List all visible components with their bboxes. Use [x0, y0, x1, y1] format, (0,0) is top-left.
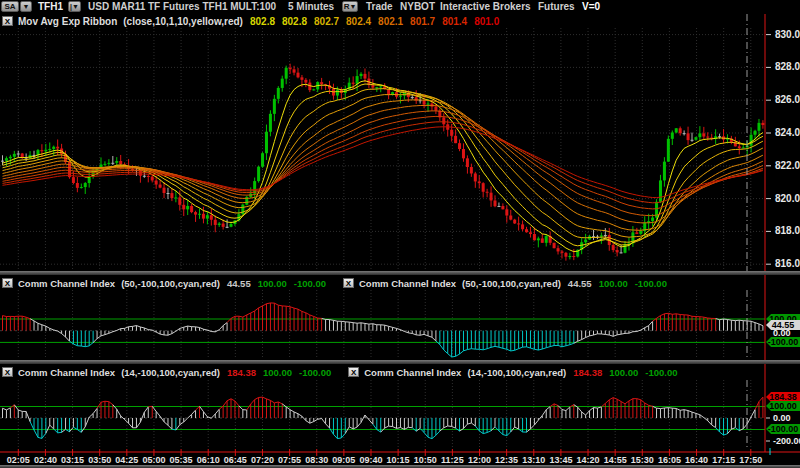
- ribbon-ma-value: 801.4: [442, 16, 467, 27]
- ribbon-ma-value: 801.7: [410, 16, 435, 27]
- symbol-label: TFH1: [38, 1, 63, 12]
- cci-study-entry: XComm Channel Index(50,-100,100,cyan,red…: [2, 278, 333, 289]
- panel-splitter[interactable]: [0, 360, 800, 364]
- study-level-high: 100.00: [263, 367, 292, 378]
- trade-label: Trade: [366, 1, 393, 12]
- ribbon-ma-value: 801.0: [474, 16, 499, 27]
- exchange-label: NYBOT: [400, 1, 435, 12]
- study-level-high: 100.00: [258, 278, 287, 289]
- chevron-down-icon: ▼: [23, 3, 30, 10]
- sa-button[interactable]: SA: [1, 1, 19, 12]
- study-params: (50,-100,100,cyan,red): [462, 278, 561, 289]
- ribbon-ma-value: 802.4: [346, 16, 371, 27]
- study-level-low: -100.00: [299, 367, 331, 378]
- close-study-button[interactable]: X: [343, 278, 354, 288]
- timeframe-label: 5 Minutes: [288, 1, 334, 12]
- study-level-high: 100.00: [609, 367, 638, 378]
- study-level-low: -100.00: [635, 278, 667, 289]
- study-level-high: 100.00: [599, 278, 628, 289]
- ribbon-ma-value: 802.8: [282, 16, 307, 27]
- chevron-down-icon: |▼: [70, 3, 79, 10]
- study-value: 44.55: [227, 278, 251, 289]
- study-value: 184.38: [227, 367, 256, 378]
- ribbon-ma-value: 802.7: [314, 16, 339, 27]
- study-params: (close,10,1,10,yellow,red): [123, 16, 243, 27]
- sa-dropdown-button[interactable]: ▼: [20, 1, 32, 12]
- volume-label: V=0: [582, 1, 600, 12]
- study-params: (50,-100,100,cyan,red): [121, 278, 220, 289]
- study-name: Comm Channel Index: [18, 367, 115, 378]
- study-name: Comm Channel Index: [364, 367, 461, 378]
- cci-study-entry: XComm Channel Index(14,-100,100,cyan,red…: [348, 367, 684, 378]
- study-name: Comm Channel Index: [18, 278, 115, 289]
- study-name: Mov Avg Exp Ribbon: [18, 16, 117, 27]
- study-value: 184.38: [573, 367, 602, 378]
- contract-title: USD MAR11 TF Futures TFH1 MULT:100: [88, 1, 276, 12]
- top-toolbar: SA ▼ TFH1 |▼ USD MAR11 TF Futures TFH1 M…: [0, 0, 800, 14]
- cci50-chart-region[interactable]: [0, 290, 765, 360]
- cci14-chart-region[interactable]: [0, 378, 765, 448]
- close-study-button[interactable]: X: [2, 16, 13, 26]
- broker-label: Interactive Brokers: [440, 1, 531, 12]
- cci-study-entry: XComm Channel Index(14,-100,100,cyan,red…: [2, 367, 338, 378]
- study-level-low: -100.00: [645, 367, 677, 378]
- time-axis-region[interactable]: [0, 453, 765, 466]
- study-params: (14,-100,100,cyan,red): [467, 367, 566, 378]
- study-value: 44.55: [568, 278, 592, 289]
- category-label: Futures: [538, 1, 575, 12]
- ribbon-ma-value: 802.8: [250, 16, 275, 27]
- close-study-button[interactable]: X: [2, 278, 13, 288]
- cci-study-entry: XComm Channel Index(50,-100,100,cyan,red…: [343, 278, 674, 289]
- close-study-button[interactable]: X: [2, 367, 13, 377]
- study-params: (14,-100,100,cyan,red): [121, 367, 220, 378]
- chevron-down-icon: ▼: [349, 3, 356, 10]
- main-chart-region[interactable]: [0, 28, 765, 271]
- ribbon-study-header: X Mov Avg Exp Ribbon (close,10,1,10,yell…: [2, 15, 506, 27]
- study-name: Comm Channel Index: [359, 278, 456, 289]
- ribbon-ma-value: 802.1: [378, 16, 403, 27]
- trading-platform-window: SA ▼ TFH1 |▼ USD MAR11 TF Futures TFH1 M…: [0, 0, 800, 468]
- panel-splitter[interactable]: [0, 271, 800, 275]
- r-dropdown-button[interactable]: R▼: [342, 1, 358, 12]
- study-level-low: -100.00: [294, 278, 326, 289]
- ribbon-values: 802.8802.8802.7802.4802.1801.7801.4801.0: [250, 16, 506, 27]
- cci14-panel-header: XComm Channel Index(14,-100,100,cyan,red…: [2, 366, 695, 378]
- close-study-button[interactable]: X: [348, 367, 359, 377]
- price-axis-region[interactable]: [766, 28, 800, 452]
- cci50-panel-header: XComm Channel Index(50,-100,100,cyan,red…: [2, 277, 684, 289]
- link-dropdown-button[interactable]: |▼: [68, 1, 81, 12]
